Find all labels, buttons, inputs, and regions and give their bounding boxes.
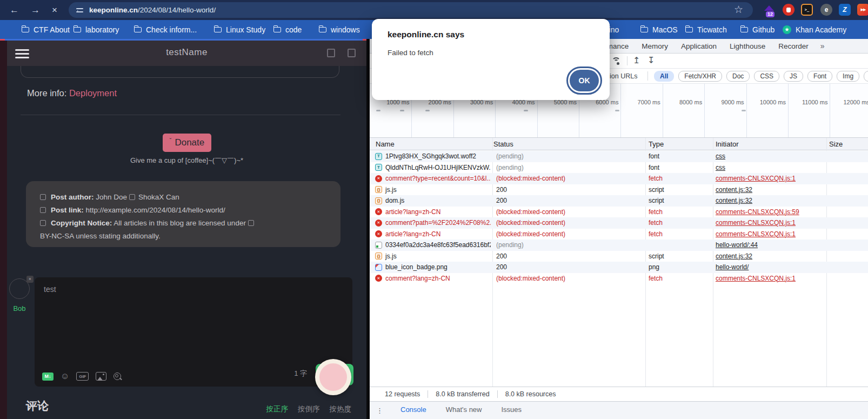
bookmark-item[interactable]: laboratory bbox=[74, 20, 119, 39]
bookmark-item[interactable]: Check inform... bbox=[134, 20, 197, 39]
request-initiator-link[interactable]: content.js:32 bbox=[716, 195, 824, 207]
timeline-tick-label: 7000 ms bbox=[622, 99, 660, 105]
khan-academy-icon: ★ bbox=[783, 25, 791, 34]
site-controls-icon[interactable] bbox=[76, 7, 83, 14]
markdown-icon[interactable]: M↓ bbox=[42, 373, 54, 381]
table-row[interactable]: TQlddNThLqRwH-OJ1UHjlKENVzkW...(pending)… bbox=[370, 162, 868, 174]
table-row[interactable]: ✕comment?lang=zh-CN(blocked:mixed-conten… bbox=[370, 273, 868, 284]
bookmark-item[interactable]: Ticwatch bbox=[685, 20, 727, 39]
column-header[interactable]: Status bbox=[493, 140, 513, 148]
devtools-tab[interactable]: Memory bbox=[635, 42, 675, 50]
request-initiator-link[interactable]: css bbox=[716, 162, 824, 174]
filter-pill[interactable]: JS bbox=[784, 71, 803, 82]
table-row[interactable]: ✕article?lang=zh-CN(blocked:mixed-conten… bbox=[370, 229, 868, 240]
alert-message: Failed to fetch bbox=[388, 49, 433, 57]
request-initiator-link[interactable]: hello-world/:44 bbox=[716, 240, 824, 251]
bookmark-star-icon[interactable]: ☆ bbox=[734, 3, 743, 16]
table-row[interactable]: {}dom.js200scriptcontent.js:32 bbox=[370, 195, 868, 207]
commenter-nickname[interactable]: Bob bbox=[5, 304, 34, 312]
request-initiator-link[interactable]: comments-CNLSXCQN.js:59 bbox=[716, 207, 824, 218]
extension-e-icon[interactable]: e bbox=[820, 4, 832, 16]
web-page: testName More info: Deployment ˘ Donate … bbox=[0, 39, 366, 419]
gif-icon[interactable]: GIF bbox=[76, 372, 89, 381]
filter-pill[interactable]: All bbox=[654, 71, 674, 82]
request-type-cell: fetch bbox=[649, 229, 711, 240]
back-icon[interactable]: ← bbox=[10, 0, 19, 20]
request-name: 1Ptvg83HX_SGhgqk3wot.woff2 bbox=[385, 151, 476, 162]
import-har-icon[interactable]: ↥ bbox=[633, 55, 640, 65]
request-initiator-link[interactable]: comments-CNLSXCQN.js:1 bbox=[716, 273, 824, 284]
image-resource-icon bbox=[375, 264, 382, 271]
preview-icon[interactable] bbox=[113, 373, 121, 380]
table-row[interactable]: 0334ef0a2dc3a4e8fc63f5ead6316bf2(pending… bbox=[370, 240, 868, 251]
bookmark-item[interactable]: windows bbox=[319, 20, 360, 39]
request-initiator-link[interactable]: hello-world/ bbox=[716, 262, 824, 273]
bookmark-item[interactable]: ★Khan Academy bbox=[783, 20, 846, 39]
content-box-bottom bbox=[21, 66, 339, 78]
sort-link[interactable]: 按正序 bbox=[266, 404, 289, 414]
drawer-menu-icon[interactable]: ⋮ bbox=[370, 407, 391, 415]
devtools-tab[interactable]: Application bbox=[675, 42, 723, 50]
divider bbox=[21, 115, 340, 115]
deployment-link[interactable]: Deployment bbox=[69, 88, 117, 98]
stop-icon[interactable]: × bbox=[52, 0, 57, 20]
table-row[interactable]: ✕comment?type=recent&count=10&l...(block… bbox=[370, 173, 868, 184]
extension-terminal-icon[interactable]: >_ bbox=[801, 4, 813, 16]
avatar-close-icon[interactable]: × bbox=[26, 276, 34, 283]
sort-link[interactable]: 按热度 bbox=[330, 404, 352, 414]
bookmark-item[interactable]: code bbox=[273, 20, 302, 39]
extension-z-icon[interactable]: Z bbox=[839, 4, 851, 16]
header-glyph-icon[interactable] bbox=[348, 49, 356, 57]
extension-play-icon[interactable]: ▶▶ bbox=[857, 4, 868, 16]
request-name: blue_icon_badge.png bbox=[385, 262, 448, 273]
table-rows: T1Ptvg83HX_SGhgqk3wot.woff2(pending)font… bbox=[370, 151, 868, 284]
address-bar[interactable]: keeponline.cn /2024/08/14/hello-world/ bbox=[69, 2, 753, 18]
bookmark-label: Ticwatch bbox=[697, 25, 727, 34]
request-initiator-link[interactable]: comments-CNLSXCQN.js:1 bbox=[716, 217, 824, 229]
image-upload-icon[interactable] bbox=[96, 372, 106, 381]
filter-pill[interactable]: CSS bbox=[754, 71, 779, 82]
request-initiator-link[interactable]: content.js:32 bbox=[716, 184, 824, 196]
comment-textarea[interactable]: test M↓ ☺ GIF 1 字 bbox=[35, 277, 352, 387]
forward-icon[interactable]: → bbox=[31, 0, 40, 20]
table-row[interactable]: T1Ptvg83HX_SGhgqk3wot.woff2(pending)font… bbox=[370, 151, 868, 162]
table-row[interactable]: {}js.js200scriptcontent.js:32 bbox=[370, 184, 868, 196]
devtools-tab[interactable]: Lighthouse bbox=[723, 42, 772, 50]
request-initiator-link[interactable]: content.js:32 bbox=[716, 251, 824, 262]
drawer-tab[interactable]: What's new bbox=[436, 402, 492, 419]
sort-link[interactable]: 按倒序 bbox=[298, 404, 320, 414]
request-initiator-link[interactable]: comments-CNLSXCQN.js:1 bbox=[716, 173, 824, 184]
table-row[interactable]: ✕comment?path=%2F2024%2F08%2...(blocked:… bbox=[370, 217, 868, 229]
drawer-tab[interactable]: Issues bbox=[492, 402, 532, 419]
filter-pill[interactable]: Font bbox=[807, 71, 832, 82]
request-initiator-link[interactable]: comments-CNLSXCQN.js:1 bbox=[716, 229, 824, 240]
extension-house-icon[interactable]: 12 bbox=[763, 4, 775, 16]
column-header[interactable]: Size bbox=[829, 140, 843, 148]
emoji-icon[interactable]: ☺ bbox=[61, 372, 69, 381]
ok-button[interactable]: OK bbox=[570, 70, 599, 91]
filter-pill[interactable]: Doc bbox=[726, 71, 750, 82]
filter-pill[interactable]: Img bbox=[837, 71, 859, 82]
request-initiator-link[interactable]: css bbox=[716, 151, 824, 162]
header-glyph-icon[interactable] bbox=[327, 49, 335, 57]
export-har-icon[interactable]: ↧ bbox=[647, 55, 655, 65]
column-header[interactable]: Type bbox=[649, 140, 664, 148]
bookmark-item[interactable]: MacOS bbox=[640, 20, 678, 39]
bookmark-item[interactable]: Linux Study bbox=[214, 20, 265, 39]
network-conditions-icon[interactable] bbox=[612, 57, 622, 65]
bookmark-item[interactable]: CTF About bbox=[22, 20, 70, 39]
table-row[interactable]: {}js.js200scriptcontent.js:32 bbox=[370, 251, 868, 262]
drawer-tab[interactable]: Console bbox=[391, 402, 436, 419]
devtools-tab[interactable]: Recorder bbox=[772, 42, 815, 50]
column-header[interactable]: Name bbox=[376, 140, 395, 148]
bookmark-item[interactable]: Github bbox=[740, 20, 774, 39]
more-tabs-icon[interactable]: » bbox=[815, 42, 830, 50]
extension-blocker-icon[interactable] bbox=[783, 4, 794, 16]
filter-pill[interactable]: Media bbox=[864, 71, 868, 82]
column-header[interactable]: Initiator bbox=[716, 140, 739, 148]
donate-button[interactable]: ˘ Donate bbox=[163, 134, 211, 152]
table-row[interactable]: ✕article?lang=zh-CN(blocked:mixed-conten… bbox=[370, 207, 868, 218]
table-row[interactable]: blue_icon_badge.png200pnghello-world/ bbox=[370, 262, 868, 273]
floating-action-button[interactable] bbox=[315, 359, 351, 395]
filter-pill[interactable]: Fetch/XHR bbox=[678, 71, 722, 82]
